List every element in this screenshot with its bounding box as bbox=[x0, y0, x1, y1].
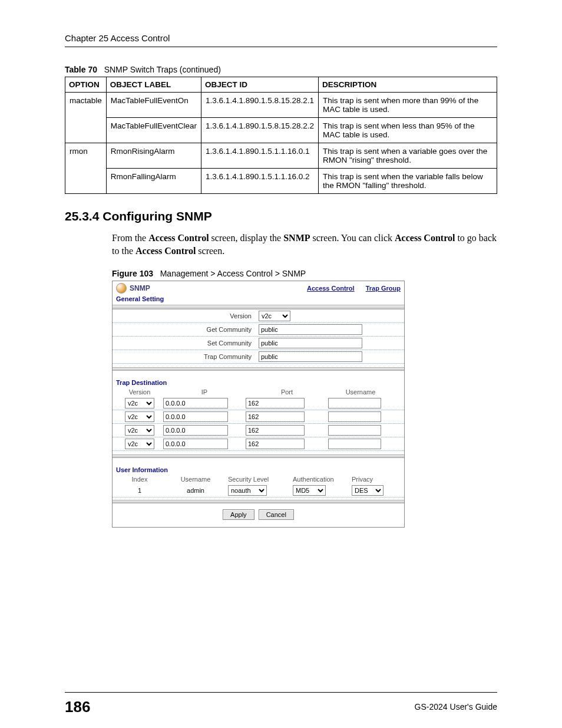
snmp-general-setting-label: General Setting bbox=[113, 294, 404, 305]
label-get-community: Get Community bbox=[116, 326, 259, 333]
table-row: MacTableFullEventClear 1.3.6.1.4.1.890.1… bbox=[65, 118, 497, 143]
th-security-level: Security Level bbox=[228, 476, 293, 483]
body-bold: Access Control bbox=[135, 246, 196, 256]
input-trap-ip[interactable] bbox=[163, 425, 228, 436]
guide-title: GS-2024 User's Guide bbox=[415, 702, 497, 711]
page-number: 186 bbox=[65, 698, 90, 716]
cell-option: rmon bbox=[65, 143, 107, 169]
th-object-label: OBJECT LABEL bbox=[106, 77, 201, 93]
link-trap-group[interactable]: Trap Group bbox=[366, 285, 401, 292]
th-option: OPTION bbox=[65, 77, 107, 93]
body-text: screen, display the bbox=[209, 233, 284, 243]
cell-desc: This trap is sent when more than 99% of … bbox=[319, 93, 497, 118]
th-ip: IP bbox=[163, 388, 246, 396]
gradient-bar bbox=[113, 305, 404, 309]
button-row: Apply Cancel bbox=[113, 503, 404, 527]
snmp-title: SNMP bbox=[130, 284, 150, 292]
select-trap-version[interactable]: v2c bbox=[125, 411, 154, 422]
cell-desc: This trap is sent when the variable fall… bbox=[319, 169, 497, 194]
chapter-rule bbox=[65, 47, 497, 47]
bullet-icon bbox=[116, 283, 127, 294]
select-trap-version[interactable]: v2c bbox=[125, 425, 154, 436]
body-paragraph: From the Access Control screen, display … bbox=[112, 232, 497, 257]
input-trap-port[interactable] bbox=[246, 411, 305, 422]
input-trap-username[interactable] bbox=[328, 411, 381, 422]
th-object-id: OBJECT ID bbox=[201, 77, 319, 93]
cell-oid: 1.3.6.1.4.1.890.1.5.8.15.28.2.2 bbox=[201, 118, 319, 143]
th-authentication: Authentication bbox=[293, 476, 352, 483]
input-trap-community[interactable] bbox=[259, 351, 362, 362]
cell-label: RmonRisingAlarm bbox=[106, 143, 201, 169]
select-privacy[interactable]: DES bbox=[352, 485, 384, 496]
input-trap-port[interactable] bbox=[246, 425, 305, 436]
row-get-community: Get Community bbox=[113, 323, 404, 337]
select-authentication[interactable]: MD5 bbox=[293, 485, 326, 496]
input-trap-ip[interactable] bbox=[163, 439, 228, 449]
th-description: DESCRIPTION bbox=[319, 77, 497, 93]
input-get-community[interactable] bbox=[259, 324, 362, 335]
input-trap-username[interactable] bbox=[328, 425, 381, 436]
cell-option bbox=[65, 118, 107, 143]
table-caption: Table 70 SNMP Switch Traps (continued) bbox=[65, 65, 497, 74]
trap-destination-row: v2c bbox=[113, 424, 404, 437]
input-trap-ip[interactable] bbox=[163, 411, 228, 422]
user-information-label: User Information bbox=[113, 458, 404, 475]
label-set-community: Set Community bbox=[116, 340, 259, 347]
trap-destination-label: Trap Destination bbox=[113, 371, 404, 387]
cell-oid: 1.3.6.1.4.1.890.1.5.1.1.16.0.2 bbox=[201, 169, 319, 194]
cancel-button[interactable]: Cancel bbox=[259, 509, 294, 520]
trap-destination-row: v2c bbox=[113, 410, 404, 424]
label-trap-community: Trap Community bbox=[116, 353, 259, 360]
cell-label: MacTableFullEventOn bbox=[106, 93, 201, 118]
body-text: screen. You can click bbox=[310, 233, 395, 243]
user-info-row: 1adminnoauthMD5DES bbox=[113, 484, 404, 498]
table-row: mactable MacTableFullEventOn 1.3.6.1.4.1… bbox=[65, 93, 497, 118]
trap-destination-header: Version IP Port Username bbox=[113, 387, 404, 397]
table-row: RmonFallingAlarm 1.3.6.1.4.1.890.1.5.1.1… bbox=[65, 169, 497, 194]
apply-button[interactable]: Apply bbox=[223, 509, 254, 520]
body-bold: Access Control bbox=[395, 233, 455, 243]
cell-username: admin bbox=[163, 487, 228, 494]
label-version: Version bbox=[116, 312, 259, 319]
user-info-header: Index Username Security Level Authentica… bbox=[113, 475, 404, 484]
trap-destination-row: v2c bbox=[113, 397, 404, 410]
body-bold: Access Control bbox=[148, 233, 209, 243]
th-port: Port bbox=[246, 388, 328, 396]
figure-caption-num: Figure 103 bbox=[112, 269, 153, 278]
table-row: rmon RmonRisingAlarm 1.3.6.1.4.1.890.1.5… bbox=[65, 143, 497, 169]
row-version: Version v2c bbox=[113, 309, 404, 323]
footer-rule bbox=[65, 692, 497, 693]
row-trap-community: Trap Community bbox=[113, 350, 404, 364]
body-bold: SNMP bbox=[283, 233, 310, 243]
cell-option bbox=[65, 169, 107, 194]
input-set-community[interactable] bbox=[259, 338, 362, 348]
chapter-header: Chapter 25 Access Control bbox=[65, 33, 497, 43]
th-privacy: Privacy bbox=[352, 476, 399, 483]
cell-option: mactable bbox=[65, 93, 107, 118]
th-index: Index bbox=[116, 476, 163, 483]
snmp-title-row: SNMP Access Control Trap Group bbox=[113, 281, 404, 294]
input-trap-port[interactable] bbox=[246, 398, 305, 409]
cell-oid: 1.3.6.1.4.1.890.1.5.8.15.28.2.1 bbox=[201, 93, 319, 118]
cell-label: RmonFallingAlarm bbox=[106, 169, 201, 194]
link-access-control[interactable]: Access Control bbox=[307, 285, 355, 292]
select-security-level[interactable]: noauth bbox=[228, 485, 267, 496]
cell-desc: This trap is sent when a variable goes o… bbox=[319, 143, 497, 169]
body-text: From the bbox=[112, 233, 148, 243]
table-caption-text: SNMP Switch Traps (continued) bbox=[104, 65, 221, 74]
input-trap-port[interactable] bbox=[246, 439, 305, 449]
select-version[interactable]: v2c bbox=[259, 311, 290, 321]
figure-caption-text: Management > Access Control > SNMP bbox=[160, 269, 306, 278]
trap-table: OPTION OBJECT LABEL OBJECT ID DESCRIPTIO… bbox=[65, 77, 497, 194]
cell-index: 1 bbox=[116, 487, 163, 494]
select-trap-version[interactable]: v2c bbox=[125, 398, 154, 409]
table-caption-num: Table 70 bbox=[65, 65, 97, 74]
input-trap-username[interactable] bbox=[328, 398, 381, 409]
cell-label: MacTableFullEventClear bbox=[106, 118, 201, 143]
input-trap-ip[interactable] bbox=[163, 398, 228, 409]
select-trap-version[interactable]: v2c bbox=[125, 439, 154, 449]
input-trap-username[interactable] bbox=[328, 439, 381, 449]
th-username: Username bbox=[163, 476, 228, 483]
th-username: Username bbox=[328, 388, 393, 396]
section-heading: 25.3.4 Configuring SNMP bbox=[65, 209, 497, 223]
